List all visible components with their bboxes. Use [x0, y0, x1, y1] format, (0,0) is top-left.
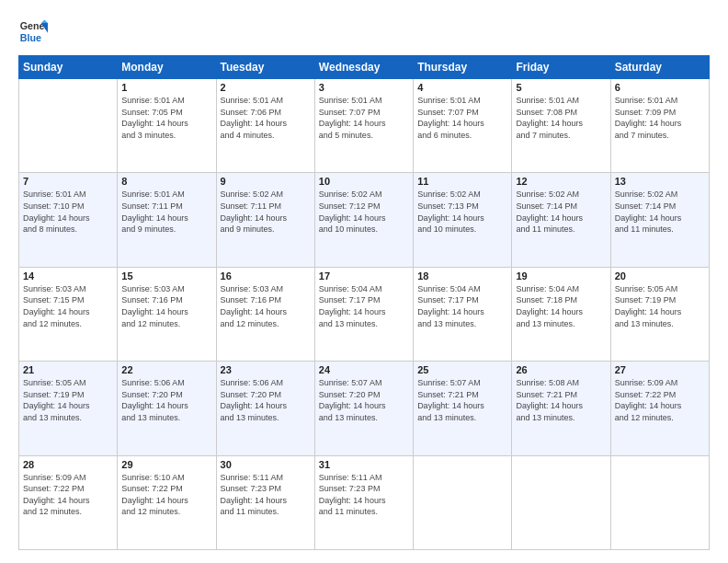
week-row-4: 21Sunrise: 5:05 AM Sunset: 7:19 PM Dayli…: [19, 362, 710, 455]
cell-content: Sunrise: 5:01 AM Sunset: 7:07 PM Dayligh…: [319, 95, 409, 141]
cell-content: Sunrise: 5:01 AM Sunset: 7:09 PM Dayligh…: [615, 95, 705, 141]
cell-content: Sunrise: 5:05 AM Sunset: 7:19 PM Dayligh…: [23, 377, 113, 423]
day-number: 29: [121, 459, 211, 470]
calendar-table: SundayMondayTuesdayWednesdayThursdayFrid…: [18, 55, 710, 550]
col-header-monday: Monday: [118, 56, 216, 79]
day-number: 16: [221, 270, 311, 282]
day-number: 12: [516, 176, 606, 187]
cell-content: Sunrise: 5:01 AM Sunset: 7:10 PM Dayligh…: [23, 189, 113, 235]
col-header-thursday: Thursday: [414, 56, 512, 79]
cell-content: Sunrise: 5:02 AM Sunset: 7:11 PM Dayligh…: [221, 189, 311, 235]
week-row-3: 14Sunrise: 5:03 AM Sunset: 7:15 PM Dayli…: [19, 267, 710, 361]
calendar-cell: 20Sunrise: 5:05 AM Sunset: 7:19 PM Dayli…: [610, 267, 709, 361]
col-header-sunday: Sunday: [19, 56, 118, 79]
day-number: 8: [121, 176, 211, 187]
day-number: 18: [417, 270, 507, 282]
calendar-cell: 22Sunrise: 5:06 AM Sunset: 7:20 PM Dayli…: [118, 362, 216, 455]
day-number: 19: [516, 270, 606, 282]
cell-content: Sunrise: 5:02 AM Sunset: 7:13 PM Dayligh…: [417, 189, 507, 235]
cell-content: Sunrise: 5:07 AM Sunset: 7:20 PM Dayligh…: [319, 377, 409, 423]
cell-content: Sunrise: 5:09 AM Sunset: 7:22 PM Dayligh…: [23, 472, 113, 518]
day-number: 27: [615, 364, 705, 375]
cell-content: Sunrise: 5:11 AM Sunset: 7:23 PM Dayligh…: [319, 472, 409, 518]
calendar-cell: 2Sunrise: 5:01 AM Sunset: 7:06 PM Daylig…: [216, 79, 314, 173]
day-number: 26: [516, 364, 606, 375]
cell-content: Sunrise: 5:03 AM Sunset: 7:16 PM Dayligh…: [221, 283, 311, 329]
day-number: 23: [221, 364, 311, 375]
week-row-5: 28Sunrise: 5:09 AM Sunset: 7:22 PM Dayli…: [19, 455, 710, 549]
calendar-cell: [414, 455, 512, 549]
cell-content: Sunrise: 5:04 AM Sunset: 7:17 PM Dayligh…: [319, 283, 409, 329]
calendar-cell: 11Sunrise: 5:02 AM Sunset: 7:13 PM Dayli…: [414, 173, 512, 267]
day-number: 13: [615, 176, 705, 187]
calendar-cell: 12Sunrise: 5:02 AM Sunset: 7:14 PM Dayli…: [512, 173, 610, 267]
cell-content: Sunrise: 5:01 AM Sunset: 7:08 PM Dayligh…: [516, 95, 606, 141]
day-number: 14: [23, 270, 113, 282]
calendar-cell: 19Sunrise: 5:04 AM Sunset: 7:18 PM Dayli…: [512, 267, 610, 361]
col-header-wednesday: Wednesday: [314, 56, 413, 79]
day-number: 31: [319, 459, 409, 470]
cell-content: Sunrise: 5:01 AM Sunset: 7:06 PM Dayligh…: [221, 95, 311, 141]
header-row: SundayMondayTuesdayWednesdayThursdayFrid…: [19, 56, 710, 79]
calendar-cell: 13Sunrise: 5:02 AM Sunset: 7:14 PM Dayli…: [610, 173, 709, 267]
cell-content: Sunrise: 5:03 AM Sunset: 7:16 PM Dayligh…: [121, 283, 211, 329]
day-number: 24: [319, 364, 409, 375]
cell-content: Sunrise: 5:06 AM Sunset: 7:20 PM Dayligh…: [121, 377, 211, 423]
calendar-cell: 4Sunrise: 5:01 AM Sunset: 7:07 PM Daylig…: [414, 79, 512, 173]
cell-content: Sunrise: 5:04 AM Sunset: 7:17 PM Dayligh…: [417, 283, 507, 329]
day-number: 20: [615, 270, 705, 282]
svg-text:Blue: Blue: [20, 32, 41, 43]
day-number: 21: [23, 364, 113, 375]
calendar-cell: 15Sunrise: 5:03 AM Sunset: 7:16 PM Dayli…: [118, 267, 216, 361]
calendar-cell: 25Sunrise: 5:07 AM Sunset: 7:21 PM Dayli…: [414, 362, 512, 455]
col-header-friday: Friday: [512, 56, 610, 79]
calendar-cell: 24Sunrise: 5:07 AM Sunset: 7:20 PM Dayli…: [314, 362, 413, 455]
week-row-1: 1Sunrise: 5:01 AM Sunset: 7:05 PM Daylig…: [19, 79, 710, 173]
day-number: 22: [121, 364, 211, 375]
calendar-cell: 29Sunrise: 5:10 AM Sunset: 7:22 PM Dayli…: [118, 455, 216, 549]
calendar-cell: 30Sunrise: 5:11 AM Sunset: 7:23 PM Dayli…: [216, 455, 314, 549]
calendar-cell: 7Sunrise: 5:01 AM Sunset: 7:10 PM Daylig…: [19, 173, 118, 267]
day-number: 10: [319, 176, 409, 187]
week-row-2: 7Sunrise: 5:01 AM Sunset: 7:10 PM Daylig…: [19, 173, 710, 267]
calendar-cell: 16Sunrise: 5:03 AM Sunset: 7:16 PM Dayli…: [216, 267, 314, 361]
calendar-cell: 17Sunrise: 5:04 AM Sunset: 7:17 PM Dayli…: [314, 267, 413, 361]
day-number: 17: [319, 270, 409, 282]
col-header-saturday: Saturday: [610, 56, 709, 79]
calendar-cell: 27Sunrise: 5:09 AM Sunset: 7:22 PM Dayli…: [610, 362, 709, 455]
cell-content: Sunrise: 5:05 AM Sunset: 7:19 PM Dayligh…: [615, 283, 705, 329]
cell-content: Sunrise: 5:04 AM Sunset: 7:18 PM Dayligh…: [516, 283, 606, 329]
day-number: 2: [221, 82, 311, 93]
cell-content: Sunrise: 5:02 AM Sunset: 7:14 PM Dayligh…: [516, 189, 606, 235]
cell-content: Sunrise: 5:09 AM Sunset: 7:22 PM Dayligh…: [615, 377, 705, 423]
day-number: 4: [417, 82, 507, 93]
day-number: 3: [319, 82, 409, 93]
day-number: 5: [516, 82, 606, 93]
cell-content: Sunrise: 5:01 AM Sunset: 7:05 PM Dayligh…: [121, 95, 211, 141]
col-header-tuesday: Tuesday: [216, 56, 314, 79]
calendar-cell: 10Sunrise: 5:02 AM Sunset: 7:12 PM Dayli…: [314, 173, 413, 267]
day-number: 1: [121, 82, 211, 93]
cell-content: Sunrise: 5:02 AM Sunset: 7:12 PM Dayligh…: [319, 189, 409, 235]
cell-content: Sunrise: 5:10 AM Sunset: 7:22 PM Dayligh…: [121, 472, 211, 518]
calendar-cell: [19, 79, 118, 173]
calendar-cell: 3Sunrise: 5:01 AM Sunset: 7:07 PM Daylig…: [314, 79, 413, 173]
cell-content: Sunrise: 5:07 AM Sunset: 7:21 PM Dayligh…: [417, 377, 507, 423]
calendar-cell: 8Sunrise: 5:01 AM Sunset: 7:11 PM Daylig…: [118, 173, 216, 267]
calendar-cell: [610, 455, 709, 549]
calendar-cell: 26Sunrise: 5:08 AM Sunset: 7:21 PM Dayli…: [512, 362, 610, 455]
day-number: 30: [221, 459, 311, 470]
day-number: 28: [23, 459, 113, 470]
page: General Blue SundayMondayTuesdayWednesda…: [0, 0, 728, 563]
calendar-cell: 14Sunrise: 5:03 AM Sunset: 7:15 PM Dayli…: [19, 267, 118, 361]
day-number: 9: [221, 176, 311, 187]
cell-content: Sunrise: 5:06 AM Sunset: 7:20 PM Dayligh…: [221, 377, 311, 423]
cell-content: Sunrise: 5:01 AM Sunset: 7:11 PM Dayligh…: [121, 189, 211, 235]
cell-content: Sunrise: 5:02 AM Sunset: 7:14 PM Dayligh…: [615, 189, 705, 235]
logo: General Blue: [18, 17, 48, 46]
day-number: 7: [23, 176, 113, 187]
calendar-cell: 23Sunrise: 5:06 AM Sunset: 7:20 PM Dayli…: [216, 362, 314, 455]
calendar-cell: 1Sunrise: 5:01 AM Sunset: 7:05 PM Daylig…: [118, 79, 216, 173]
calendar-cell: 31Sunrise: 5:11 AM Sunset: 7:23 PM Dayli…: [314, 455, 413, 549]
cell-content: Sunrise: 5:08 AM Sunset: 7:21 PM Dayligh…: [516, 377, 606, 423]
